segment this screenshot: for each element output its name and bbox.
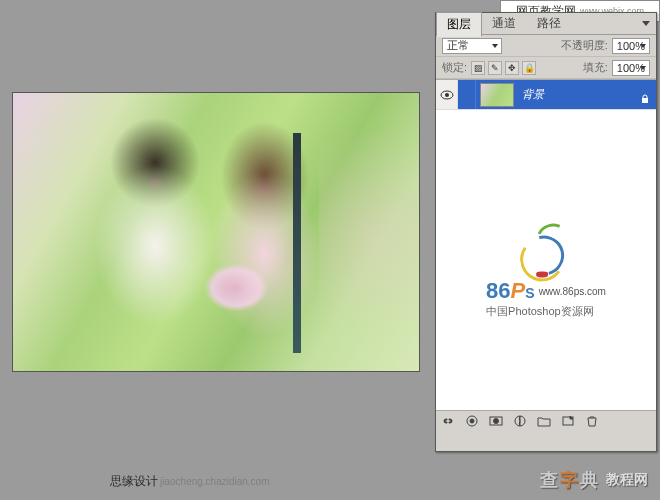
- panel-tabs: 图层 通道 路径: [436, 13, 656, 35]
- blend-mode-select[interactable]: 正常: [442, 38, 502, 54]
- link-layers-icon[interactable]: [440, 414, 456, 428]
- document-canvas[interactable]: [12, 92, 420, 372]
- lock-icon: [640, 90, 650, 100]
- new-layer-icon[interactable]: [560, 414, 576, 428]
- watermark-86ps-name: 86PS: [486, 278, 535, 304]
- bottom-left-sub: jiaocheng.chazidian.com: [160, 476, 270, 487]
- svg-rect-2: [642, 98, 648, 103]
- lock-icons-group: ▨ ✎ ✥ 🔒: [471, 61, 536, 75]
- tab-channels[interactable]: 通道: [482, 12, 527, 35]
- layer-link-col[interactable]: [458, 80, 476, 109]
- bottom-right-text: 查字典: [540, 468, 600, 492]
- fill-input[interactable]: 100%: [612, 60, 650, 76]
- lock-transparent-icon[interactable]: ▨: [471, 61, 485, 75]
- adjustment-icon[interactable]: [512, 414, 528, 428]
- bottom-watermark-left: 思缘设计 jiaocheng.chazidian.com: [110, 473, 270, 490]
- panel-bottom-toolbar: [436, 411, 656, 431]
- fx-icon[interactable]: [464, 414, 480, 428]
- blend-mode-value: 正常: [447, 38, 469, 53]
- svg-point-6: [494, 419, 499, 424]
- layers-panel: 图层 通道 路径 正常 不透明度: 100% 锁定: ▨ ✎ ✥ 🔒 填充: 1…: [435, 12, 657, 452]
- layers-list: 背景 86PS www.86ps.com 中国Photoshop资源网: [436, 79, 656, 411]
- trash-icon[interactable]: [584, 414, 600, 428]
- bottom-left-text: 思缘设计: [110, 473, 158, 490]
- svg-point-1: [445, 93, 449, 97]
- lock-fill-row: 锁定: ▨ ✎ ✥ 🔒 填充: 100%: [436, 57, 656, 79]
- tab-layers[interactable]: 图层: [436, 12, 482, 37]
- photo-content: [13, 93, 419, 371]
- opacity-value: 100%: [617, 40, 645, 52]
- lock-position-icon[interactable]: ✥: [505, 61, 519, 75]
- layer-thumbnail[interactable]: [480, 83, 514, 107]
- lock-all-icon[interactable]: 🔒: [522, 61, 536, 75]
- lock-pixels-icon[interactable]: ✎: [488, 61, 502, 75]
- opacity-input[interactable]: 100%: [612, 38, 650, 54]
- blend-opacity-row: 正常 不透明度: 100%: [436, 35, 656, 57]
- logo-swirl-icon: [516, 224, 576, 284]
- watermark-86ps-url: www.86ps.com: [539, 285, 606, 296]
- watermark-86ps-subtitle: 中国Photoshop资源网: [486, 304, 606, 319]
- lock-label: 锁定:: [442, 60, 467, 75]
- bottom-watermark-right: 查字典 教程网: [540, 468, 648, 492]
- watermark-86ps: 86PS www.86ps.com 中国Photoshop资源网: [486, 224, 606, 319]
- bottom-right-sub: 教程网: [606, 471, 648, 489]
- fill-label: 填充:: [583, 60, 608, 75]
- panel-menu-icon[interactable]: [636, 21, 656, 26]
- mask-icon[interactable]: [488, 414, 504, 428]
- eye-icon: [440, 86, 454, 104]
- group-icon[interactable]: [536, 414, 552, 428]
- tab-paths[interactable]: 路径: [527, 12, 572, 35]
- layer-row[interactable]: 背景: [436, 80, 656, 110]
- fill-value: 100%: [617, 62, 645, 74]
- layer-name[interactable]: 背景: [522, 87, 544, 102]
- opacity-label: 不透明度:: [561, 38, 608, 53]
- layer-visibility-toggle[interactable]: [436, 80, 458, 109]
- svg-point-4: [470, 419, 474, 423]
